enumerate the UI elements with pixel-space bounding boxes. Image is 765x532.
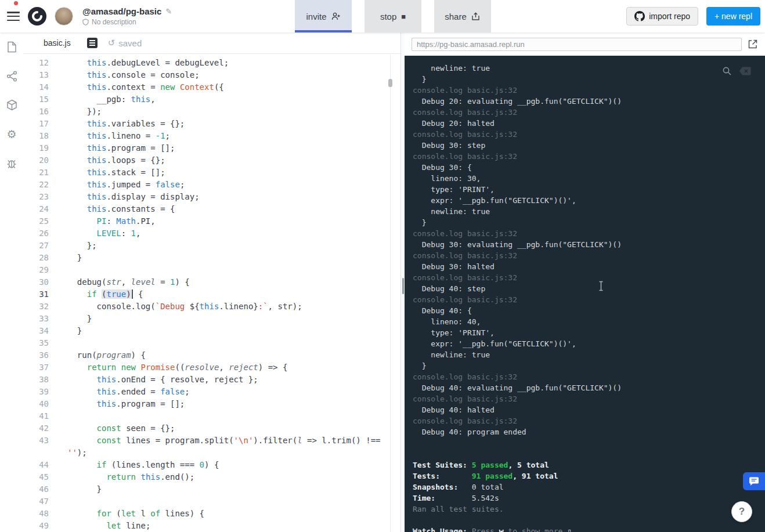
- editor-menu-icon[interactable]: [87, 38, 98, 48]
- code-line[interactable]: 40 this.program = [];: [23, 398, 400, 410]
- pane-divider-handle[interactable]: [402, 278, 404, 294]
- code-line[interactable]: 25 PI: Math.PI,: [23, 215, 400, 227]
- code-line[interactable]: 30 debug(str, level = 1) {: [23, 276, 400, 288]
- line-number: 23: [23, 191, 58, 203]
- line-number: 15: [23, 93, 58, 106]
- console-line: type: 'PRINT',: [413, 327, 765, 338]
- code-line[interactable]: 24 this.constants = {: [23, 203, 400, 215]
- line-number: 45: [23, 471, 58, 483]
- code-line[interactable]: 47: [23, 495, 400, 508]
- url-input[interactable]: [412, 38, 742, 51]
- code-line[interactable]: 19 this.program = [];: [23, 142, 400, 154]
- clear-console-icon[interactable]: [739, 67, 751, 78]
- code-line[interactable]: 17 this.variables = {};: [23, 118, 400, 130]
- editor-scrollbar[interactable]: [388, 79, 392, 87]
- code-line[interactable]: 16 });: [23, 106, 400, 118]
- console-line: Debug 30: evaluating __pgb.fun("GETCLICK…: [413, 239, 765, 250]
- code-line[interactable]: 27 };: [23, 240, 400, 252]
- line-number: 22: [23, 179, 58, 191]
- replit-logo[interactable]: [28, 7, 46, 26]
- code-line[interactable]: '');: [23, 447, 400, 459]
- code-line[interactable]: 21 this.stack = [];: [23, 167, 400, 179]
- code-line[interactable]: 43 const lines = program.split('\n').fil…: [23, 435, 400, 447]
- code-line[interactable]: 26 LEVEL: 1,: [23, 227, 400, 240]
- line-number: 13: [23, 69, 58, 81]
- invite-person-icon: [331, 12, 341, 20]
- console-line: Debug 40: evaluating __pgb.fun("GETCLICK…: [413, 382, 765, 393]
- repl-title: @amasad/pg-basic: [82, 6, 161, 16]
- code-line[interactable]: 23 this.display = display;: [23, 191, 400, 203]
- stop-button[interactable]: stop ■: [365, 0, 421, 32]
- files-icon[interactable]: [0, 32, 23, 61]
- version-control-icon[interactable]: [0, 61, 23, 91]
- console-line: console.log basic.js:32: [413, 415, 765, 426]
- line-number: 40: [23, 398, 58, 410]
- invite-button[interactable]: invite: [295, 0, 352, 32]
- code-line[interactable]: 28 }: [23, 252, 400, 264]
- code-line[interactable]: 33 }: [23, 313, 400, 325]
- menu-icon[interactable]: [7, 12, 20, 21]
- pane-divider[interactable]: [400, 32, 405, 532]
- packages-icon[interactable]: [0, 91, 23, 120]
- console-line: Debug 20: evaluating __pgb.fun("GETCLICK…: [413, 96, 765, 107]
- line-number: 32: [23, 301, 58, 313]
- search-icon[interactable]: [722, 66, 732, 78]
- code-line[interactable]: 42 const seen = {};: [23, 422, 400, 435]
- share-button[interactable]: share: [434, 0, 491, 32]
- line-number: 28: [23, 252, 58, 264]
- help-button[interactable]: ?: [731, 501, 752, 522]
- code-line[interactable]: 13 this.console = console;: [23, 69, 400, 81]
- code-line[interactable]: 48 for (let l of lines) {: [23, 508, 400, 520]
- code-line[interactable]: 45 return this.end();: [23, 471, 400, 483]
- console-line: Debug 40: halted: [413, 404, 765, 415]
- console[interactable]: newline: true }console.log basic.js:32 D…: [405, 56, 765, 532]
- code-line[interactable]: 29: [23, 264, 400, 276]
- url-bar: [405, 32, 765, 56]
- code-line[interactable]: 37 return new Promise((resolve, reject) …: [23, 361, 400, 374]
- line-number: 46: [23, 483, 58, 495]
- code-line[interactable]: 18 this.lineno = -1;: [23, 130, 400, 142]
- console-line: }: [413, 217, 765, 228]
- line-number: 20: [23, 154, 58, 167]
- console-output: newline: true }console.log basic.js:32 D…: [413, 63, 765, 532]
- edit-title-icon[interactable]: ✎: [165, 7, 172, 16]
- code-editor[interactable]: 12 this.debugLevel = debugLevel;13 this.…: [23, 55, 400, 532]
- code-line[interactable]: 49 let line;: [23, 520, 400, 532]
- console-line: expr: '__pgb.fun("GETCLICK")()',: [413, 338, 765, 349]
- saved-label: saved: [118, 38, 142, 48]
- code-line[interactable]: 14 this.context = new Context({: [23, 81, 400, 93]
- open-external-icon[interactable]: [748, 39, 758, 49]
- code-line[interactable]: 35: [23, 337, 400, 349]
- console-line: console.log basic.js:32: [413, 107, 765, 118]
- editor-tabbar: basic.js ↺ saved: [23, 32, 400, 54]
- code-line[interactable]: 32 console.log(`Debug ${this.lineno}:`, …: [23, 301, 400, 313]
- line-number: 48: [23, 508, 58, 520]
- code-line[interactable]: 22 this.jumped = false;: [23, 179, 400, 191]
- console-line: newline: true: [413, 63, 765, 74]
- new-repl-button[interactable]: + new repl: [706, 7, 760, 26]
- code-line[interactable]: 41: [23, 410, 400, 422]
- chat-button[interactable]: [743, 472, 765, 490]
- code-line[interactable]: 44 if (lines.length === 0) {: [23, 459, 400, 471]
- code-line[interactable]: 39 this.ended = false;: [23, 386, 400, 398]
- saved-status: ↺ saved: [108, 38, 142, 48]
- file-tab[interactable]: basic.js: [44, 38, 71, 48]
- settings-gear-icon[interactable]: ⚙: [0, 120, 23, 149]
- avatar[interactable]: [55, 7, 73, 26]
- code-line[interactable]: 46 }: [23, 483, 400, 495]
- code-line[interactable]: 15 __pgb: this,: [23, 93, 400, 106]
- console-line: lineno: 30,: [413, 173, 765, 184]
- console-line: Test Suites: 5 passed, 5 total: [413, 459, 765, 471]
- code-line[interactable]: 20 this.loops = {};: [23, 154, 400, 167]
- console-line: [413, 515, 765, 526]
- code-line[interactable]: 12 this.debugLevel = debugLevel;: [23, 57, 400, 69]
- line-number: 41: [23, 410, 58, 422]
- code-line[interactable]: 34 }: [23, 325, 400, 337]
- code-line[interactable]: 38 this.onEnd = { resolve, reject };: [23, 374, 400, 386]
- debugger-icon[interactable]: [0, 149, 23, 178]
- code-line[interactable]: 36 run(program) {: [23, 349, 400, 361]
- console-line: Tests: 91 passed, 91 total: [413, 471, 765, 482]
- share-label: share: [445, 12, 467, 21]
- code-line[interactable]: 31 if (true) {: [23, 288, 400, 301]
- import-repo-button[interactable]: import repo: [626, 7, 698, 26]
